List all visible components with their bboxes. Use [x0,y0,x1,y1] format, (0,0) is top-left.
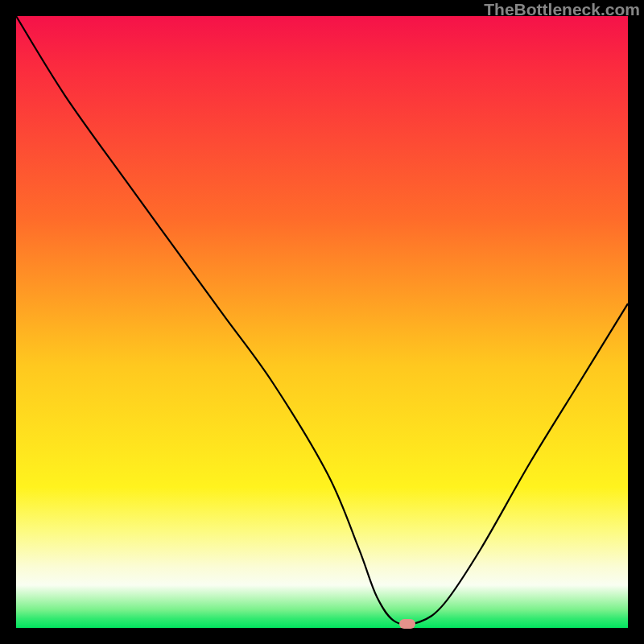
curve-line [16,16,628,625]
chart-plot-area [16,16,628,628]
watermark-text: TheBottleneck.com [484,0,640,19]
bottleneck-curve [16,16,628,628]
chart-frame: TheBottleneck.com [0,0,644,644]
optimal-marker [399,619,415,629]
